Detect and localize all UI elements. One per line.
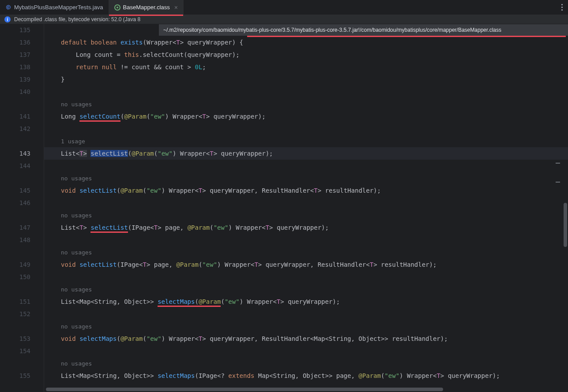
code-line[interactable]: void selectList(@Param("ew") Wrapper<T> …	[44, 184, 568, 197]
code-line[interactable]	[44, 160, 568, 172]
decompiled-class-icon	[114, 4, 120, 11]
line-number: 148	[0, 234, 30, 246]
line-number: 137	[0, 49, 30, 61]
line-number: 139	[0, 73, 30, 86]
line-number: 155	[0, 370, 30, 382]
code-line[interactable]: Long count = this.selectCount(queryWrapp…	[44, 49, 568, 61]
line-number: 147	[0, 221, 30, 234]
line-number	[0, 209, 30, 221]
tab-label: MybatisPlusBaseMapperTests.java	[14, 4, 103, 11]
line-number: 151	[0, 295, 30, 308]
code-line[interactable]: void selectList(IPage<T> page, @Param("e…	[44, 258, 568, 271]
line-number: 141	[0, 110, 30, 123]
code-line[interactable]: return null != count && count > 0L;	[44, 61, 568, 73]
code-line[interactable]	[44, 234, 568, 246]
decompile-banner: i Decompiled .class file, bytecode versi…	[0, 15, 568, 24]
code-line[interactable]	[44, 123, 568, 135]
line-number	[0, 172, 30, 184]
path-tooltip: ~/.m2/repository/com/baomidou/mybatis-pl…	[159, 24, 568, 36]
line-number	[0, 283, 30, 295]
code-line[interactable]: List<Map<String, Object>> selectMaps(IPa…	[44, 370, 568, 382]
line-number	[0, 98, 30, 110]
line-number: 152	[0, 308, 30, 320]
code-line[interactable]	[44, 345, 568, 357]
code-line[interactable]: void selectMaps(@Param("ew") Wrapper<T> …	[44, 332, 568, 345]
code-area[interactable]: default boolean exists(Wrapper<T> queryW…	[44, 24, 568, 392]
line-number-gutter: 1351361371381391401411421431441451461471…	[0, 24, 44, 392]
class-file-icon: ⓒ	[5, 4, 11, 11]
close-icon[interactable]: ×	[174, 4, 178, 11]
line-number: 136	[0, 36, 30, 49]
code-line[interactable]	[44, 197, 568, 209]
line-number: 146	[0, 197, 30, 209]
line-number	[0, 320, 30, 332]
line-number	[0, 246, 30, 258]
tab-actions	[556, 0, 568, 15]
editor-tabs: ⓒ MybatisPlusBaseMapperTests.java BaseMa…	[0, 0, 568, 15]
line-number: 149	[0, 258, 30, 271]
code-line[interactable]	[44, 308, 568, 320]
code-line[interactable]: no usages	[44, 283, 568, 295]
line-number: 154	[0, 345, 30, 357]
line-number: 153	[0, 332, 30, 345]
marker[interactable]	[556, 163, 560, 164]
code-line[interactable]: List<T> selectList(IPage<T> page, @Param…	[44, 221, 568, 234]
line-number: 144	[0, 160, 30, 172]
tab-file-2[interactable]: BaseMapper.class ×	[109, 0, 184, 15]
code-editor[interactable]: 1351361371381391401411421431441451461471…	[0, 24, 568, 392]
line-number: 150	[0, 271, 30, 283]
line-number: 140	[0, 86, 30, 98]
code-line[interactable]: no usages	[44, 246, 568, 258]
line-number	[0, 135, 30, 147]
line-number: 142	[0, 123, 30, 135]
code-line[interactable]: List<Map<String, Object>> selectMaps(@Pa…	[44, 295, 568, 308]
code-line[interactable]: no usages	[44, 209, 568, 221]
code-line[interactable]: no usages	[44, 98, 568, 110]
line-number: 145	[0, 184, 30, 197]
line-number: 135	[0, 24, 30, 36]
line-number	[0, 357, 30, 370]
code-line[interactable]	[44, 271, 568, 283]
line-number: 143	[0, 147, 30, 160]
code-line[interactable]: Long selectCount(@Param("ew") Wrapper<T>…	[44, 110, 568, 123]
code-line[interactable]: no usages	[44, 172, 568, 184]
code-line[interactable]: 1 usage	[44, 135, 568, 147]
line-number: 138	[0, 61, 30, 73]
banner-text: Decompiled .class file, bytecode version…	[14, 16, 140, 22]
horizontal-scrollbar[interactable]	[46, 388, 443, 391]
vertical-scrollbar[interactable]	[564, 203, 567, 247]
info-icon: i	[4, 16, 11, 22]
code-line[interactable]	[44, 86, 568, 98]
marker[interactable]	[556, 182, 560, 183]
code-line[interactable]: List<T> selectList(@Param("ew") Wrapper<…	[44, 147, 568, 160]
more-menu-icon[interactable]	[561, 4, 563, 11]
tab-file-1[interactable]: ⓒ MybatisPlusBaseMapperTests.java	[0, 0, 109, 15]
code-line[interactable]: default boolean exists(Wrapper<T> queryW…	[44, 36, 568, 49]
code-line[interactable]: no usages	[44, 357, 568, 370]
code-line[interactable]: }	[44, 73, 568, 86]
code-line[interactable]: no usages	[44, 320, 568, 332]
tab-label: BaseMapper.class	[123, 4, 170, 11]
error-stripe	[556, 24, 560, 392]
